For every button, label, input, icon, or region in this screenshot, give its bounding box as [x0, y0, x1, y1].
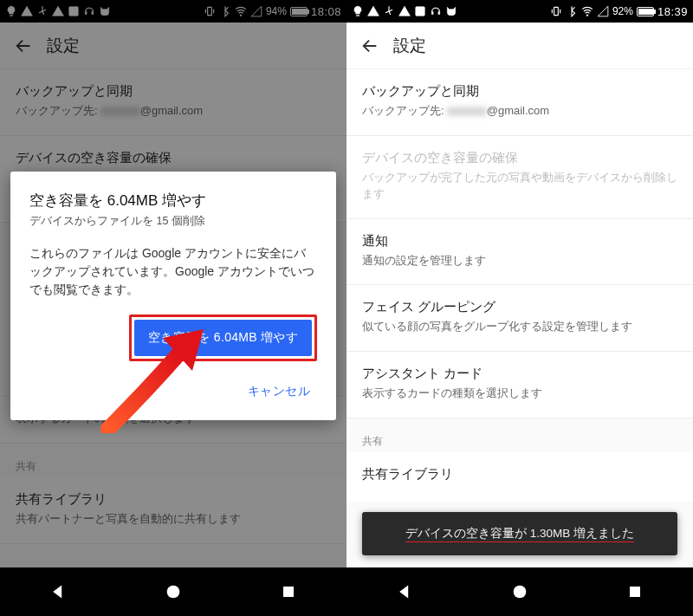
navigation-bar [0, 567, 346, 616]
svg-rect-9 [630, 587, 640, 597]
section-header-share: 共有 [346, 418, 693, 452]
nav-home-button[interactable] [508, 580, 531, 603]
svg-rect-4 [283, 587, 294, 597]
settings-item-notifications[interactable]: 通知 通知の設定を管理します [346, 219, 693, 286]
item-title: デバイスの空き容量の確保 [362, 150, 677, 166]
warning-icon [398, 5, 411, 17]
navigation-bar [346, 567, 693, 616]
backup-email-suffix: @gmail.com [140, 104, 203, 117]
signal-icon [250, 5, 262, 17]
svg-rect-5 [416, 7, 425, 16]
settings-item-shared-library[interactable]: 共有ライブラリ [346, 452, 693, 502]
nav-home-button[interactable] [162, 580, 185, 603]
item-subtitle: バックアップ先: xxxxxxx@gmail.com [16, 103, 331, 120]
warning-icon [21, 5, 33, 17]
item-title: バックアップと同期 [16, 83, 331, 100]
svg-point-2 [240, 15, 242, 16]
app-toolbar: 設定 [346, 23, 693, 69]
dialog-primary-row: 空き容量を 6.04MB 増やす [29, 314, 317, 361]
back-button[interactable] [346, 36, 393, 55]
status-icons-right: 92% 18:39 [550, 5, 688, 18]
battery-percent: 94% [266, 5, 287, 17]
item-title: バックアップと同期 [362, 83, 677, 100]
warning-icon [367, 5, 379, 17]
section-header-share: 共有 [0, 444, 346, 477]
battery-percent: 92% [612, 5, 633, 17]
svg-point-8 [514, 586, 527, 599]
status-icons-right: 94% 18:08 [204, 5, 341, 18]
settings-item-freeup[interactable]: デバイスの空き容量の確保 バックアップが完了した元の写真や動画をデバイスから削除… [346, 136, 693, 219]
bluetooth-icon [566, 5, 578, 17]
backup-prefix: バックアップ先: [16, 104, 98, 117]
status-icons-left [352, 5, 457, 17]
pinwheel-icon [36, 5, 49, 17]
wifi-icon [581, 5, 593, 17]
dialog-subtitle: デバイスからファイルを 15 個削除 [29, 214, 317, 229]
image-icon [414, 5, 426, 17]
status-bar: 92% 18:39 [346, 0, 693, 23]
item-title: 共有ライブラリ [16, 491, 331, 508]
pinwheel-icon [383, 5, 395, 17]
lightbulb-icon [5, 5, 17, 17]
backup-prefix: バックアップ先: [362, 104, 444, 117]
annotation-highlight-box: 空き容量を 6.04MB 増やす [129, 314, 317, 361]
vibrate-icon [204, 5, 216, 17]
toast-message: デバイスの空き容量が 1.30MB 増えました [362, 512, 677, 555]
toolbar-title: 設定 [393, 35, 426, 57]
item-title: フェイス グルーピング [362, 299, 677, 315]
settings-item-shared-library[interactable]: 共有ライブラリ 共有パートナーと写真を自動的に共有します [0, 477, 346, 544]
headphones-icon [83, 5, 95, 17]
nav-back-button[interactable] [47, 580, 69, 603]
status-bar: 94% 18:08 [0, 0, 346, 23]
signal-icon [597, 5, 609, 17]
backup-email-masked: xxxxxxx [447, 104, 487, 117]
settings-item-backup[interactable]: バックアップと同期 バックアップ先: xxxxxxx@gmail.com [0, 69, 346, 136]
warning-icon [52, 5, 64, 17]
free-up-space-dialog: 空き容量を 6.04MB 増やす デバイスからファイルを 15 個削除 これらの… [10, 172, 336, 420]
nav-recent-button[interactable] [624, 580, 646, 603]
item-title: デバイスの空き容量の確保 [16, 150, 331, 166]
backup-email-suffix: @gmail.com [487, 104, 549, 117]
svg-point-3 [167, 586, 180, 599]
settings-list: バックアップと同期 バックアップ先: xxxxxxx@gmail.com デバイ… [346, 69, 693, 502]
svg-rect-0 [69, 7, 79, 16]
item-title: 共有ライブラリ [362, 466, 677, 483]
status-clock: 18:08 [311, 5, 341, 18]
toolbar-title: 設定 [47, 35, 80, 57]
item-subtitle: バックアップ先: xxxxxxx@gmail.com [362, 103, 677, 120]
item-subtitle: 表示するカードの種類を選択します [362, 386, 677, 402]
bluetooth-icon [219, 5, 231, 17]
settings-item-backup[interactable]: バックアップと同期 バックアップ先: xxxxxxx@gmail.com [346, 69, 693, 136]
cat-icon [445, 5, 457, 17]
backup-email-masked: xxxxxxx [100, 104, 140, 117]
item-title: 通知 [362, 233, 677, 250]
headphones-icon [430, 5, 442, 17]
app-toolbar: 設定 [0, 23, 346, 69]
svg-point-7 [586, 15, 588, 16]
cat-icon [99, 5, 111, 17]
vibrate-icon [550, 5, 562, 17]
status-clock: 18:39 [657, 5, 688, 18]
item-subtitle: 似ている顔の写真をグループ化する設定を管理します [362, 319, 677, 335]
image-icon [68, 5, 80, 17]
dialog-title: 空き容量を 6.04MB 増やす [29, 191, 317, 211]
phone-left: 94% 18:08 設定 バックアップと同期 バックアップ先: xxxxxxx@… [0, 0, 346, 616]
back-button[interactable] [0, 36, 47, 55]
cancel-button[interactable]: キャンセル [244, 377, 314, 406]
wifi-icon [235, 5, 247, 17]
item-title: アシスタント カード [362, 366, 677, 382]
phone-right: 92% 18:39 設定 バックアップと同期 バックアップ先: xxxxxxx@… [346, 0, 693, 616]
toast-text: デバイスの空き容量が 1.30MB 増えました [405, 527, 634, 542]
free-up-space-button[interactable]: 空き容量を 6.04MB 増やす [134, 320, 312, 356]
nav-back-button[interactable] [393, 580, 416, 603]
lightbulb-icon [352, 5, 364, 17]
nav-recent-button[interactable] [277, 580, 300, 603]
settings-item-face-grouping[interactable]: フェイス グルーピング 似ている顔の写真をグループ化する設定を管理します [346, 285, 693, 352]
svg-rect-1 [208, 7, 212, 15]
settings-item-assistant-cards[interactable]: アシスタント カード 表示するカードの種類を選択します [346, 352, 693, 418]
status-icons-left [5, 5, 111, 17]
battery-icon [637, 7, 654, 16]
item-subtitle: バックアップが完了した元の写真や動画をデバイスから削除します [362, 170, 677, 203]
battery-icon [290, 7, 308, 16]
item-subtitle: 共有パートナーと写真を自動的に共有します [16, 511, 331, 528]
